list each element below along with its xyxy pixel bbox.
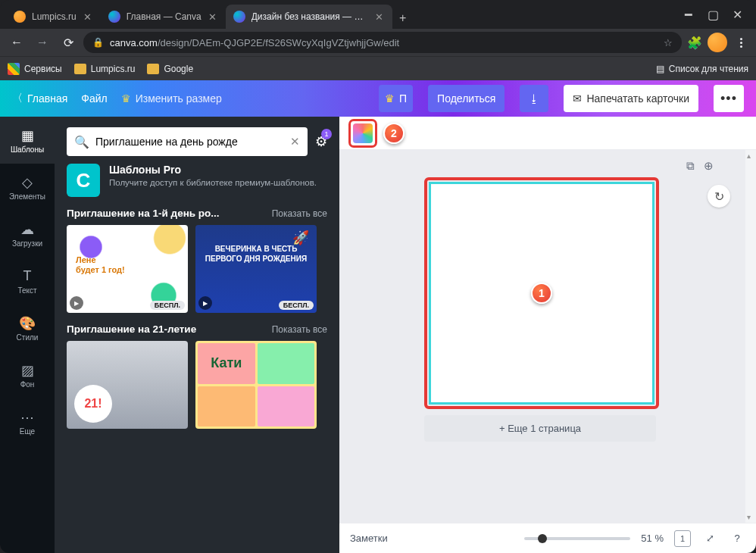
- rail-elements[interactable]: ◇Элементы: [0, 164, 55, 211]
- templates-icon: ▦: [19, 127, 36, 144]
- home-label: Главная: [27, 92, 67, 105]
- template-search[interactable]: 🔍 ✕: [67, 127, 308, 156]
- reading-list-button[interactable]: ▤ Список для чтения: [656, 64, 748, 74]
- fullscreen-icon[interactable]: ⤢: [701, 530, 718, 547]
- browser-tab-canva-home[interactable]: Главная — Canva ✕: [101, 5, 226, 29]
- slider-thumb[interactable]: [538, 534, 547, 543]
- more-menu-button[interactable]: •••: [714, 85, 744, 112]
- add-page-button[interactable]: + Еще 1 страница: [424, 415, 656, 442]
- filter-button[interactable]: ⚙ 1: [315, 133, 327, 150]
- template-section-2: Приглашение на 21-летие Показать все 21!…: [55, 323, 339, 439]
- favicon-icon: [14, 11, 26, 23]
- crown-icon: ♛: [385, 92, 395, 105]
- show-all-link[interactable]: Показать все: [272, 208, 327, 219]
- rail-styles[interactable]: 🎨Стили: [0, 305, 55, 351]
- template-thumbnail[interactable]: ВЕЧЕРИНКА В ЧЕСТЬ ПЕРВОГО ДНЯ РОЖДЕНИЯ ▶…: [195, 225, 317, 313]
- browser-tab-design[interactable]: Дизайн без названия — Пригл ✕: [226, 5, 392, 29]
- crown-icon: ♛: [121, 92, 131, 105]
- browser-menu-button[interactable]: [732, 38, 750, 48]
- vertical-scrollbar[interactable]: [745, 150, 756, 523]
- close-icon[interactable]: ✕: [374, 11, 385, 22]
- notes-button[interactable]: Заметки: [350, 533, 388, 544]
- duplicate-page-icon[interactable]: ⧉: [686, 159, 695, 173]
- templates-panel: 🔍 ✕ ⚙ 1 C Шаблоны Pro Получите доступ к …: [55, 117, 339, 553]
- rail-uploads[interactable]: ☁Загрузки: [0, 211, 55, 258]
- help-icon[interactable]: ?: [729, 530, 745, 547]
- zoom-slider[interactable]: [524, 537, 630, 540]
- download-button[interactable]: ⭳: [520, 85, 548, 112]
- rail-more[interactable]: ⋯Еще: [0, 398, 55, 445]
- background-icon: ▨: [19, 362, 36, 379]
- apps-shortcut[interactable]: Сервисы: [8, 63, 62, 75]
- close-icon[interactable]: ✕: [83, 11, 93, 22]
- print-icon: ✉: [573, 92, 582, 105]
- minimize-icon[interactable]: ━: [683, 9, 694, 20]
- side-rail: ▦Шаблоны ◇Элементы ☁Загрузки TТекст 🎨Сти…: [0, 117, 55, 553]
- close-icon[interactable]: ✕: [208, 11, 218, 22]
- template-thumbnail[interactable]: Ленебудет 1 год! ▶ БЕСПЛ.: [67, 225, 188, 313]
- zoom-value: 51 %: [641, 533, 664, 544]
- extensions-icon[interactable]: 🧩: [686, 34, 703, 51]
- page-indicator[interactable]: 1: [674, 530, 691, 547]
- bookmark-folder-lumpics[interactable]: Lumpics.ru: [74, 64, 136, 74]
- rotate-button[interactable]: ↻: [708, 185, 730, 208]
- folder-icon: [147, 64, 159, 74]
- bookmark-label: Сервисы: [24, 64, 62, 74]
- file-menu[interactable]: Файл: [81, 92, 107, 105]
- more-icon: ⋯: [19, 409, 36, 426]
- window-titlebar: Lumpics.ru ✕ Главная — Canva ✕ Дизайн бе…: [0, 0, 756, 29]
- back-button[interactable]: ←: [6, 32, 27, 53]
- address-bar[interactable]: 🔒 canva.com/design/DAEm-QJGP2E/fS26SWcyX…: [83, 32, 682, 53]
- section-title: Приглашение на 21-летие: [67, 323, 196, 335]
- maximize-icon[interactable]: ▢: [708, 9, 718, 20]
- list-icon: ▤: [656, 64, 664, 74]
- bookmark-label: Lumpics.ru: [91, 64, 136, 74]
- add-page-icon[interactable]: ⊕: [704, 159, 714, 173]
- show-all-link[interactable]: Показать все: [272, 324, 327, 335]
- resize-button[interactable]: ♛ Изменить размер: [121, 92, 222, 105]
- star-icon[interactable]: ☆: [664, 37, 673, 48]
- apps-icon: [8, 63, 20, 75]
- profile-avatar[interactable]: [708, 33, 727, 52]
- new-tab-button[interactable]: +: [392, 8, 414, 29]
- section-title: Приглашение на 1-й день ро...: [67, 208, 220, 219]
- share-button[interactable]: Поделиться: [428, 85, 505, 112]
- rail-templates[interactable]: ▦Шаблоны: [0, 117, 55, 164]
- chevron-left-icon: 〈: [12, 92, 23, 105]
- browser-tab-lumpics[interactable]: Lumpics.ru ✕: [6, 5, 101, 29]
- rail-text[interactable]: TТекст: [0, 258, 55, 305]
- rail-background[interactable]: ▨Фон: [0, 351, 55, 398]
- filter-count-badge: 1: [321, 129, 332, 139]
- pro-templates-card[interactable]: C Шаблоны Pro Получите доступ к библиоте…: [67, 164, 327, 197]
- reload-button[interactable]: ⟳: [58, 32, 79, 53]
- upload-icon: ☁: [19, 221, 36, 238]
- favicon-icon: [233, 11, 245, 23]
- free-badge: БЕСПЛ.: [279, 301, 314, 310]
- bookmark-label: Google: [164, 64, 193, 74]
- template-thumbnail[interactable]: 21!: [67, 341, 188, 429]
- canvas-footer: Заметки 51 % 1 ⤢ ?: [339, 523, 756, 553]
- search-input[interactable]: [95, 136, 284, 148]
- close-window-icon[interactable]: ✕: [732, 9, 742, 20]
- tab-title: Дизайн без названия — Пригл: [251, 11, 368, 22]
- pro-label: П: [399, 92, 407, 105]
- free-badge: БЕСПЛ.: [150, 301, 185, 310]
- pro-button[interactable]: ♛ П: [379, 85, 413, 112]
- print-label: Напечатать карточки: [586, 92, 689, 105]
- template-thumbnail[interactable]: Кати: [195, 341, 317, 429]
- play-icon: ▶: [198, 296, 212, 310]
- bookmark-folder-google[interactable]: Google: [147, 64, 193, 74]
- home-button[interactable]: 〈 Главная: [12, 92, 67, 105]
- canvas-area: 2 ⧉ ⊕ ↻ 1 + Еще 1 страница Заметки 51 % …: [339, 117, 756, 553]
- print-button[interactable]: ✉ Напечатать карточки: [564, 85, 698, 112]
- browser-tabs: Lumpics.ru ✕ Главная — Canva ✕ Дизайн бе…: [6, 0, 676, 29]
- design-page[interactable]: 1: [429, 182, 654, 405]
- canvas-viewport[interactable]: ⧉ ⊕ ↻ 1 + Еще 1 страница: [339, 150, 756, 523]
- forward-button[interactable]: →: [32, 32, 53, 53]
- folder-icon: [74, 64, 86, 74]
- canvas-toolbar: 2: [339, 117, 756, 150]
- annotation-badge-1: 1: [531, 283, 552, 304]
- elements-icon: ◇: [19, 174, 36, 191]
- background-color-button[interactable]: [353, 123, 373, 143]
- clear-icon[interactable]: ✕: [290, 135, 300, 148]
